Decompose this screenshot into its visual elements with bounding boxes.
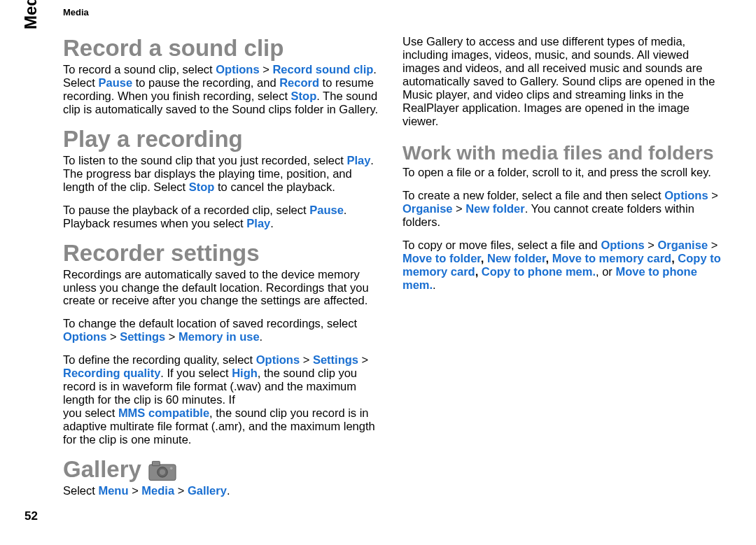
para-work-3: To copy or move files, select a file and…: [402, 239, 721, 292]
heading-gallery: Gallery: [63, 456, 382, 483]
gallery-icon: [148, 456, 176, 483]
para-gallery-desc: Use Gallery to access and use different …: [402, 35, 721, 128]
para-settings-1: Recordings are automatically saved to th…: [63, 268, 382, 308]
para-settings-2: To change the default location of saved …: [63, 317, 382, 344]
page-content: Record a sound clip To record a sound cl…: [63, 35, 721, 524]
svg-point-3: [160, 469, 165, 475]
page-number: 52: [24, 509, 38, 523]
para-settings-3-cont: you select MMS compatible, the sound cli…: [63, 406, 382, 446]
heading-record-sound-clip: Record a sound clip: [63, 35, 382, 62]
para-work-2: To create a new folder, select a file an…: [402, 189, 721, 229]
para-play-2: To pause the playback of a recorded clip…: [63, 204, 382, 230]
side-tab-label: Media: [21, 0, 41, 29]
para-record-sound: To record a sound clip, select Options >…: [63, 63, 382, 116]
para-work-1: To open a file or a folder, scroll to it…: [402, 166, 721, 179]
heading-play-recording: Play a recording: [63, 126, 382, 153]
svg-rect-1: [152, 462, 160, 466]
heading-recorder-settings: Recorder settings: [63, 240, 382, 267]
svg-point-4: [170, 467, 173, 470]
header-section-label: Media: [63, 7, 89, 17]
para-settings-3: To define the recording quality, select …: [63, 353, 382, 406]
heading-work-media: Work with media files and folders: [402, 142, 721, 164]
para-play-1: To listen to the sound clip that you jus…: [63, 154, 382, 194]
para-gallery-path: Select Menu > Media > Gallery.: [63, 484, 382, 497]
